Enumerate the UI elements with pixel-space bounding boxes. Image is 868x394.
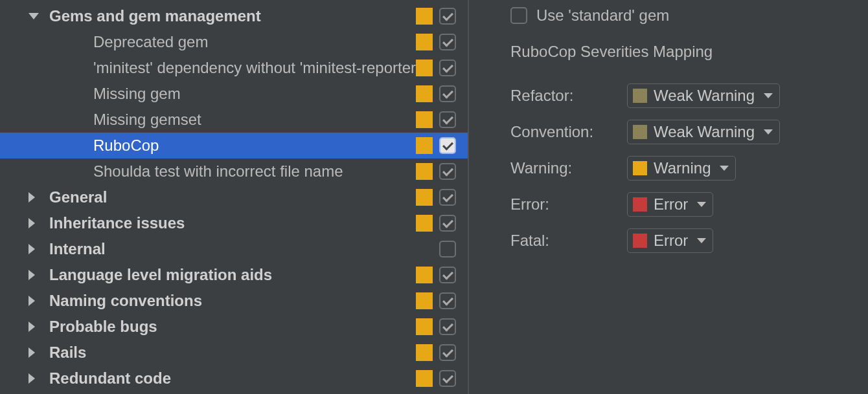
tree-item-deprecated-gem[interactable]: Deprecated gem — [0, 29, 468, 55]
chevron-right-icon — [29, 296, 35, 306]
dropdown-value: Weak Warning — [654, 123, 755, 141]
inspection-checkbox[interactable] — [439, 241, 456, 257]
severity-color-swatch — [633, 234, 647, 248]
chevron-right-icon — [29, 322, 35, 332]
tree-item-missing-gemset[interactable]: Missing gemset — [0, 107, 468, 133]
severity-swatch — [416, 163, 433, 180]
chevron-down-icon — [720, 166, 729, 171]
chevron-right-icon — [29, 218, 35, 228]
tree-item-missing-gem[interactable]: Missing gem — [0, 81, 468, 107]
inspection-tree: Gems and gem management Deprecated gem '… — [0, 0, 468, 394]
tree-label: General — [26, 188, 416, 206]
chevron-right-icon — [29, 270, 35, 280]
tree-label: RuboCop — [70, 137, 416, 155]
severity-swatch — [416, 370, 433, 387]
severity-swatch — [416, 34, 433, 50]
inspection-checkbox[interactable] — [439, 344, 456, 361]
mapping-label: Convention: — [510, 123, 627, 141]
chevron-down-icon — [697, 238, 706, 243]
tree-item-redundant[interactable]: Redundant code — [0, 366, 468, 391]
chevron-right-icon — [29, 192, 35, 202]
tree-item-rubocop[interactable]: RuboCop — [0, 133, 468, 159]
error-dropdown[interactable]: Error — [627, 192, 713, 217]
chevron-right-icon — [29, 347, 35, 358]
refactor-dropdown[interactable]: Weak Warning — [627, 83, 780, 108]
chevron-down-icon — [764, 93, 773, 98]
mapping-label: Error: — [510, 195, 627, 213]
use-standard-gem-option[interactable]: Use 'standard' gem — [510, 6, 868, 25]
severity-swatch — [416, 215, 433, 232]
tree-label: 'minitest' dependency without 'minitest-… — [70, 59, 416, 77]
tree-label: Naming conventions — [26, 292, 416, 310]
convention-dropdown[interactable]: Weak Warning — [627, 120, 780, 144]
tree-item-rails[interactable]: Rails — [0, 340, 468, 366]
inspection-checkbox[interactable] — [439, 8, 456, 25]
mapping-row-refactor: Refactor: Weak Warning — [510, 78, 868, 114]
tree-label: Internal — [26, 240, 416, 258]
tree-item-naming[interactable]: Naming conventions — [0, 288, 468, 314]
tree-label: Deprecated gem — [70, 33, 416, 51]
inspection-checkbox[interactable] — [439, 111, 456, 128]
inspection-checkbox[interactable] — [439, 370, 456, 387]
tree-item-probable-bugs[interactable]: Probable bugs — [0, 314, 468, 340]
severities-mapping-title: RuboCop Severities Mapping — [510, 43, 868, 61]
inspection-checkbox[interactable] — [439, 189, 456, 206]
inspection-checkbox[interactable] — [439, 34, 456, 50]
tree-item-minitest-dependency[interactable]: 'minitest' dependency without 'minitest-… — [0, 55, 468, 81]
mapping-row-error: Error: Error — [510, 186, 868, 223]
inspection-checkbox[interactable] — [439, 292, 456, 309]
severity-swatch — [416, 60, 433, 76]
dropdown-value: Error — [654, 232, 688, 250]
mapping-row-warning: Warning: Warning — [510, 150, 868, 186]
mapping-label: Fatal: — [510, 232, 627, 250]
fatal-dropdown[interactable]: Error — [627, 228, 713, 253]
use-standard-label: Use 'standard' gem — [536, 6, 669, 25]
severity-swatch — [416, 318, 433, 335]
dropdown-value: Warning — [654, 159, 711, 177]
inspection-checkbox[interactable] — [439, 215, 456, 232]
inspection-checkbox[interactable] — [439, 60, 456, 76]
tree-item-gems-management[interactable]: Gems and gem management — [0, 3, 468, 29]
tree-item-general[interactable]: General — [0, 184, 468, 210]
severity-swatch — [416, 267, 433, 283]
inspection-checkbox[interactable] — [439, 137, 456, 154]
inspection-checkbox[interactable] — [439, 318, 456, 335]
inspection-checkbox[interactable] — [439, 267, 456, 283]
severity-swatch — [416, 85, 433, 102]
chevron-right-icon — [29, 244, 35, 254]
inspection-checkbox[interactable] — [439, 163, 456, 180]
severity-color-swatch — [633, 125, 647, 139]
tree-label: Missing gem — [70, 85, 416, 103]
tree-label: Redundant code — [26, 369, 416, 388]
chevron-down-icon — [29, 13, 39, 19]
tree-label: Missing gemset — [70, 111, 416, 129]
severity-swatch — [416, 292, 433, 309]
tree-label: Rails — [26, 344, 416, 362]
tree-item-shoulda[interactable]: Shoulda test with incorrect file name — [0, 159, 468, 184]
tree-item-internal[interactable]: Internal — [0, 236, 468, 262]
mapping-label: Warning: — [510, 159, 627, 177]
tree-item-lang-aids[interactable]: Language level migration aids — [0, 262, 468, 288]
severity-swatch — [416, 189, 433, 206]
severity-swatch — [416, 344, 433, 361]
severity-swatch — [416, 137, 433, 154]
inspection-checkbox[interactable] — [439, 85, 456, 102]
inspection-details-panel: Use 'standard' gem RuboCop Severities Ma… — [469, 0, 868, 394]
warning-dropdown[interactable]: Warning — [627, 156, 736, 181]
tree-label: Language level migration aids — [26, 266, 416, 284]
chevron-down-icon — [697, 202, 706, 207]
severity-swatch — [416, 8, 433, 25]
tree-label: Inheritance issues — [26, 214, 416, 232]
chevron-down-icon — [764, 129, 773, 135]
mapping-row-convention: Convention: Weak Warning — [510, 114, 868, 150]
tree-item-inheritance[interactable]: Inheritance issues — [0, 210, 468, 236]
mapping-row-fatal: Fatal: Error — [510, 223, 868, 259]
mapping-label: Refactor: — [510, 87, 627, 105]
severity-color-swatch — [633, 197, 647, 212]
dropdown-value: Weak Warning — [654, 87, 755, 105]
tree-label: Probable bugs — [26, 318, 416, 336]
checkbox-icon[interactable] — [510, 7, 527, 24]
tree-label: Gems and gem management — [26, 7, 416, 25]
severity-color-swatch — [633, 161, 647, 175]
dropdown-value: Error — [654, 195, 688, 213]
